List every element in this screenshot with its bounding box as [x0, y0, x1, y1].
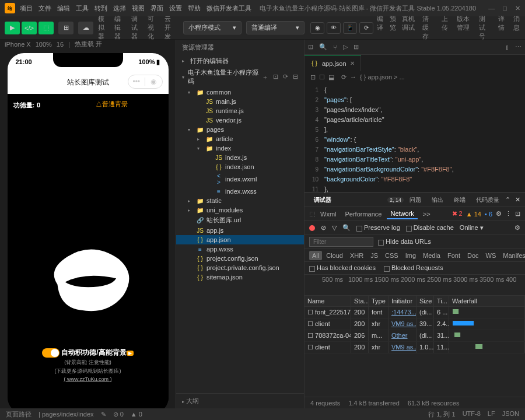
devtool-tab[interactable]: 调试器 [309, 194, 386, 206]
preview-button[interactable]: 👁 [327, 22, 341, 34]
bg-mode-label[interactable]: △普通背景 [96, 100, 128, 108]
filter-type[interactable]: Doc [464, 251, 482, 260]
wxml-tab[interactable]: Wxml [317, 209, 340, 219]
tree-item[interactable]: { }index.json [176, 162, 304, 172]
filter-type[interactable]: XHR [347, 251, 366, 260]
page-path-value[interactable]: pages/index/index [42, 411, 94, 418]
network-row[interactable]: ☐ client200xhrVM9 as...1.0...11... [304, 342, 525, 354]
tree-item[interactable]: JSmain.js [176, 97, 304, 106]
compile-button[interactable]: ◉ [310, 22, 324, 34]
devtool-tab[interactable]: 代码质量 [471, 194, 504, 206]
filter-type[interactable]: Cloud [323, 251, 346, 260]
filter-input[interactable] [309, 237, 373, 247]
filter-type[interactable]: WS [483, 251, 499, 260]
collapse-devtools-icon[interactable]: ⌃ [505, 196, 510, 204]
menu-item[interactable]: 文件 [38, 4, 51, 13]
disable-cache-check[interactable]: Disable cache [414, 224, 454, 231]
tree-item[interactable]: JSruntime.js [176, 106, 304, 116]
search-net-icon[interactable]: 🔍 [342, 224, 351, 232]
toolbar-action[interactable]: 上传 [442, 15, 449, 41]
record-button[interactable] [309, 225, 315, 231]
new-file-icon[interactable]: ＋ [262, 73, 268, 82]
throttle-dropdown[interactable]: Online ▾ [460, 224, 484, 232]
phone-frame[interactable]: 21:00 100% ▮ 站长图库测试 •••◉ 功德量: 0 △普通背景 自动… [8, 53, 169, 408]
blocked-req-check[interactable]: Blocked Requests [391, 264, 443, 271]
filter-type[interactable]: Manifest [500, 251, 525, 260]
auto-toggle[interactable] [42, 348, 60, 358]
clear-button[interactable]: ⊘ [321, 224, 326, 232]
filter-icon[interactable]: ▽ [332, 224, 337, 232]
wooden-fish-icon[interactable] [36, 239, 141, 320]
tree-item[interactable]: JSvendor.js [176, 116, 304, 125]
split-icon[interactable]: ⫿ [506, 44, 509, 51]
editor-tab[interactable]: { }app.json✕ [304, 55, 361, 71]
network-row[interactable]: ☐ client200xhrVM9 as...39...2.4... [304, 318, 525, 330]
filter-type[interactable]: Img [402, 251, 419, 260]
network-tab[interactable]: Network [387, 209, 417, 219]
explorer-icon[interactable]: ⊡ [308, 43, 313, 51]
remote-debug-button[interactable]: 📱 [343, 22, 357, 34]
network-row[interactable]: ☐ font_2225171_...200font:14473...(di...… [304, 307, 525, 318]
preserve-log-check[interactable]: Preserve log [364, 224, 400, 231]
dt-more-icon[interactable]: ⋮ [505, 210, 512, 218]
window-control[interactable]: ✕ [515, 5, 520, 12]
more-icon[interactable]: ⋯ [515, 43, 522, 51]
edit-icon[interactable]: ✎ [101, 411, 106, 418]
ext-icon[interactable]: ⊞ [354, 43, 359, 51]
menu-item[interactable]: 选择 [113, 4, 126, 13]
filter-type[interactable]: Font [444, 251, 463, 260]
source-link[interactable]: ( www.zzTuKu.com ) [8, 376, 169, 382]
devtool-tab[interactable]: 终端 [449, 194, 470, 206]
tree-item[interactable]: ≡index.wxss [176, 187, 304, 196]
network-row[interactable]: ☐ 708372ca-04c...206m...Other(di...31... [304, 330, 525, 342]
tree-item[interactable]: ▾📁index [176, 144, 304, 153]
tree-item[interactable]: JSapp.js [176, 226, 304, 235]
close-icon[interactable]: ✕ [350, 60, 355, 66]
debug-icon[interactable]: ▷ [343, 43, 348, 51]
tree-item[interactable]: { }project.config.json [176, 254, 304, 263]
inspect-icon[interactable]: ⬚ [309, 210, 315, 218]
cursor-pos[interactable]: 行 1, 列 1 [428, 410, 455, 419]
menu-item[interactable]: 项目 [20, 4, 33, 13]
scale-selector[interactable]: 100% [36, 41, 52, 48]
code-editor[interactable]: 1{2 "pages": [3 "pages/index/index",4 "p… [304, 83, 525, 192]
toolbar-action[interactable]: 消息 [513, 15, 520, 41]
menu-item[interactable]: 工具 [76, 4, 89, 13]
filter-type[interactable]: All [309, 251, 322, 260]
tree-item[interactable]: { }project.private.config.json [176, 263, 304, 272]
window-control[interactable]: — [488, 5, 495, 12]
tree-item[interactable]: ▸📁article [176, 134, 304, 144]
menu-item[interactable]: 帮助 [188, 4, 201, 13]
close-devtools-icon[interactable]: ✕ [515, 196, 520, 204]
devtool-tab[interactable]: 输出 [427, 194, 448, 206]
git-icon[interactable]: ⑂ [333, 44, 337, 51]
filter-type[interactable]: CSS [382, 251, 401, 260]
devtool-tab[interactable]: 问题 [405, 194, 426, 206]
menu-item[interactable]: 微信开发者工具 [206, 4, 251, 13]
menu-item[interactable]: 视图 [132, 4, 145, 13]
clear-cache-button[interactable]: ⟳ [359, 22, 373, 34]
timeline[interactable]: 500 ms1000 ms1500 ms2000 ms2500 ms3000 m… [304, 275, 525, 296]
simulator-toggle[interactable]: ▶ [5, 22, 20, 34]
toolbar-action[interactable]: 详情 [498, 15, 505, 41]
menu-item[interactable]: 转到 [94, 4, 107, 13]
menu-item[interactable]: 编辑 [57, 4, 70, 13]
toolbar-action[interactable]: 版本管理 [457, 15, 471, 41]
search-icon[interactable]: 🔍 [319, 43, 327, 51]
net-settings-icon[interactable]: ⚙ [514, 224, 520, 232]
window-control[interactable]: □ [503, 5, 507, 12]
menu-item[interactable]: 设置 [169, 4, 182, 13]
project-root[interactable]: ▾电子木鱼流量主小程序源码 ＋⊡⟳⊟ [176, 66, 304, 88]
debugger-toggle[interactable]: ⬚ [38, 22, 54, 34]
cloud-toggle[interactable]: ☁ [78, 22, 93, 34]
tree-item[interactable]: ≡app.wxss [176, 244, 304, 254]
dock-icon[interactable]: ⊡ [515, 210, 520, 218]
lang-mode[interactable]: JSON [502, 410, 519, 419]
blocked-cookies-check[interactable]: Has blocked cookies [317, 264, 376, 271]
encoding[interactable]: UTF-8 [463, 410, 481, 419]
tree-item[interactable]: ▸📁static [176, 196, 304, 205]
refresh-icon[interactable]: ⟳ [283, 73, 288, 82]
tree-item[interactable]: JSindex.js [176, 153, 304, 162]
more-tabs[interactable]: >> [419, 209, 434, 219]
tree-item[interactable]: ▸📁uni_modules [176, 205, 304, 215]
